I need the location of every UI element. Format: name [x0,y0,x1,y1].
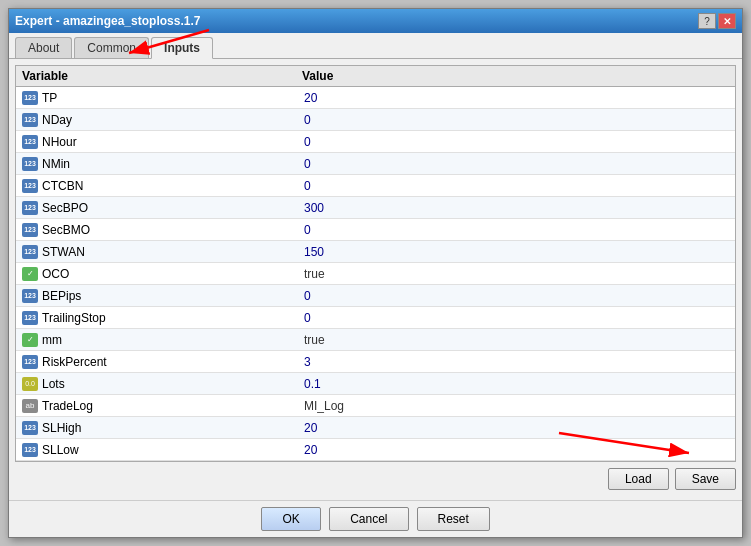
table-row[interactable]: 123 TrailingStop 0 [16,307,735,329]
value-cell[interactable]: 0 [300,223,731,237]
type-icon: 123 [22,113,38,127]
table-row[interactable]: 123 RiskPercent 3 [16,351,735,373]
tab-common[interactable]: Common [74,37,149,58]
variable-name: RiskPercent [42,355,107,369]
variable-cell: 123 NHour [20,135,300,149]
variable-cell: 123 NDay [20,113,300,127]
table-row[interactable]: 123 SLHigh 20 [16,417,735,439]
variable-cell: 123 TrailingStop [20,311,300,325]
cancel-button[interactable]: Cancel [329,507,408,531]
value-cell[interactable]: 3 [300,355,731,369]
value-cell[interactable]: 20 [300,443,731,457]
variable-name: SLLow [42,443,79,457]
close-button[interactable]: ✕ [718,13,736,29]
table-row[interactable]: 123 CTCBN 0 [16,175,735,197]
variable-cell: 123 CTCBN [20,179,300,193]
value-cell[interactable]: 20 [300,91,731,105]
table-header: Variable Value [16,66,735,87]
table-row[interactable]: ✓ OCO true [16,263,735,285]
value-cell[interactable]: 0 [300,311,731,325]
value-cell[interactable]: 0 [300,157,731,171]
variables-table: Variable Value 123 TP 20 123 NDay 0 123 … [15,65,736,462]
type-icon: 123 [22,289,38,303]
main-content: Variable Value 123 TP 20 123 NDay 0 123 … [9,59,742,500]
variable-name: TradeLog [42,399,93,413]
value-cell[interactable]: 20 [300,421,731,435]
type-icon: 123 [22,421,38,435]
ok-button[interactable]: OK [261,507,321,531]
value-cell[interactable]: 0 [300,113,731,127]
value-cell[interactable]: 300 [300,201,731,215]
table-row[interactable]: 123 TP 20 [16,87,735,109]
type-icon: 123 [22,355,38,369]
variable-cell: 123 RiskPercent [20,355,300,369]
table-row[interactable]: 123 SecBMO 0 [16,219,735,241]
variable-name: SecBMO [42,223,90,237]
type-icon: 123 [22,311,38,325]
variable-name: NHour [42,135,77,149]
save-button[interactable]: Save [675,468,736,490]
tab-bar: About Common Inputs [9,33,742,59]
variable-cell: 123 SecBPO [20,201,300,215]
value-header: Value [302,69,729,83]
variable-name: TrailingStop [42,311,106,325]
variable-name: STWAN [42,245,85,259]
reset-button[interactable]: Reset [417,507,490,531]
variable-cell: ✓ mm [20,333,300,347]
table-body: 123 TP 20 123 NDay 0 123 NHour 0 123 NMi… [16,87,735,461]
variable-name: NMin [42,157,70,171]
type-icon: 123 [22,179,38,193]
value-cell[interactable]: true [300,267,731,281]
table-row[interactable]: 123 STWAN 150 [16,241,735,263]
type-icon: 123 [22,157,38,171]
variable-cell: 123 SLHigh [20,421,300,435]
table-row[interactable]: 0.0 Lots 0.1 [16,373,735,395]
value-cell[interactable]: 0 [300,289,731,303]
value-cell[interactable]: MI_Log [300,399,731,413]
type-icon: 123 [22,443,38,457]
table-row[interactable]: ✓ mm true [16,329,735,351]
expert-window: Expert - amazingea_stoploss.1.7 ? ✕ Abou… [8,8,743,538]
table-row[interactable]: ab TradeLog MI_Log [16,395,735,417]
type-icon: 123 [22,91,38,105]
load-save-buttons: Load Save [15,468,736,490]
tab-about[interactable]: About [15,37,72,58]
value-cell[interactable]: 0 [300,179,731,193]
type-icon: 123 [22,223,38,237]
variable-cell: 0.0 Lots [20,377,300,391]
variable-header: Variable [22,69,302,83]
type-icon: ab [22,399,38,413]
variable-name: SecBPO [42,201,88,215]
table-row[interactable]: 123 BEPips 0 [16,285,735,307]
type-icon: 123 [22,201,38,215]
value-cell[interactable]: 0 [300,135,731,149]
load-button[interactable]: Load [608,468,669,490]
variable-cell: 123 NMin [20,157,300,171]
type-icon: ✓ [22,267,38,281]
help-button[interactable]: ? [698,13,716,29]
window-title: Expert - amazingea_stoploss.1.7 [15,14,200,28]
type-icon: 123 [22,245,38,259]
value-cell[interactable]: true [300,333,731,347]
value-cell[interactable]: 0.1 [300,377,731,391]
variable-name: OCO [42,267,69,281]
table-row[interactable]: 123 NHour 0 [16,131,735,153]
variable-cell: ab TradeLog [20,399,300,413]
variable-cell: 123 STWAN [20,245,300,259]
tab-inputs[interactable]: Inputs [151,37,213,59]
variable-cell: ✓ OCO [20,267,300,281]
table-row[interactable]: 123 NDay 0 [16,109,735,131]
table-row[interactable]: 123 NMin 0 [16,153,735,175]
table-row[interactable]: 123 SLLow 20 [16,439,735,461]
variable-name: CTCBN [42,179,83,193]
variable-cell: 123 BEPips [20,289,300,303]
table-row[interactable]: 123 SecBPO 300 [16,197,735,219]
variable-name: SLHigh [42,421,81,435]
type-icon: 123 [22,135,38,149]
value-cell[interactable]: 150 [300,245,731,259]
type-icon: 0.0 [22,377,38,391]
title-controls: ? ✕ [698,13,736,29]
variable-name: NDay [42,113,72,127]
title-bar: Expert - amazingea_stoploss.1.7 ? ✕ [9,9,742,33]
footer-buttons: OK Cancel Reset [9,500,742,537]
